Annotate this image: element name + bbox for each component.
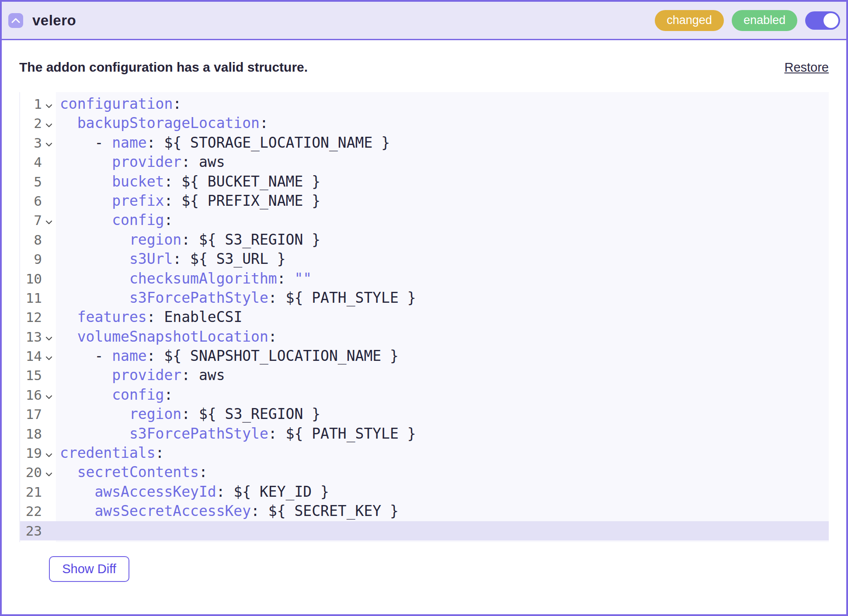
yaml-text: : ${ S3_REGION }: [181, 231, 320, 248]
code-line[interactable]: 12 features: EnableCSI: [20, 308, 829, 327]
yaml-key: s3ForcePathStyle: [129, 425, 268, 442]
chevron-up-icon[interactable]: [8, 13, 23, 28]
yaml-key: provider: [112, 153, 181, 170]
code-line[interactable]: 6 prefix: ${ PREFIX_NAME }: [20, 191, 829, 211]
code-line[interactable]: 5 bucket: ${ BUCKET_NAME }: [20, 172, 829, 191]
fold-spacer: [42, 199, 56, 203]
yaml-text: : ${ KEY_ID }: [216, 483, 329, 500]
yaml-text: :: [173, 95, 181, 112]
fold-chevron-icon[interactable]: [42, 391, 56, 400]
addon-title: velero: [32, 12, 76, 29]
code-line-text: region: ${ S3_REGION }: [56, 405, 320, 424]
code-line[interactable]: 15 provider: aws: [20, 366, 829, 385]
yaml-text: [60, 386, 112, 403]
yaml-key: s3Url: [129, 250, 173, 267]
code-line[interactable]: 23: [20, 521, 829, 540]
yaml-key: awsSecretAccessKey: [94, 502, 251, 519]
code-line[interactable]: 13 volumeSnapshotLocation:: [20, 327, 829, 346]
restore-link[interactable]: Restore: [784, 60, 829, 75]
yaml-key: configuration: [60, 95, 173, 112]
fold-spacer: [42, 296, 56, 300]
fold-chevron-icon[interactable]: [42, 449, 56, 458]
line-gutter: 7: [20, 211, 56, 230]
code-line[interactable]: 3 - name: ${ STORAGE_LOCATION_NAME }: [20, 133, 829, 152]
line-number: 12: [26, 308, 42, 327]
fold-chevron-icon[interactable]: [42, 468, 56, 477]
yaml-text: : EnableCSI: [147, 308, 243, 325]
line-gutter: 8: [20, 230, 56, 249]
line-number: 2: [34, 114, 42, 133]
fold-spacer: [42, 374, 56, 378]
line-gutter: 5: [20, 172, 56, 191]
fold-chevron-icon[interactable]: [42, 352, 56, 361]
line-gutter: 14: [20, 346, 56, 366]
yaml-text: [60, 192, 112, 209]
code-line[interactable]: 14 - name: ${ SNAPSHOT_LOCATION_NAME }: [20, 346, 829, 366]
yaml-text: [60, 153, 112, 170]
yaml-text: : ${ S3_REGION }: [181, 405, 320, 422]
yaml-text: -: [60, 134, 112, 151]
yaml-text: : ${ S3_URL }: [173, 250, 285, 267]
code-line[interactable]: 1configuration:: [20, 94, 829, 114]
yaml-key: backupStorageLocation: [77, 114, 260, 132]
fold-chevron-icon[interactable]: [42, 216, 56, 225]
line-gutter: 1: [20, 94, 56, 114]
code-line[interactable]: 18 s3ForcePathStyle: ${ PATH_STYLE }: [20, 424, 829, 443]
fold-chevron-icon[interactable]: [42, 119, 56, 128]
fold-spacer: [42, 257, 56, 261]
yaml-text: [60, 405, 129, 422]
yaml-text: :: [260, 114, 268, 132]
code-line-text: s3Url: ${ S3_URL }: [56, 249, 286, 269]
yaml-text: [60, 328, 77, 345]
line-gutter: 17: [20, 405, 56, 424]
code-line[interactable]: 21 awsAccessKeyId: ${ KEY_ID }: [20, 482, 829, 502]
yaml-key: awsAccessKeyId: [94, 483, 216, 500]
yaml-key: name: [112, 347, 146, 364]
code-line[interactable]: 16 config:: [20, 385, 829, 405]
code-line[interactable]: 11 s3ForcePathStyle: ${ PATH_STYLE }: [20, 288, 829, 308]
yaml-text: [60, 289, 129, 306]
code-line-text: - name: ${ STORAGE_LOCATION_NAME }: [56, 133, 390, 152]
fold-chevron-icon[interactable]: [42, 100, 56, 109]
code-line[interactable]: 10 checksumAlgorithm: "": [20, 269, 829, 288]
yaml-editor[interactable]: 1configuration:2 backupStorageLocation:3…: [19, 92, 829, 542]
code-lines: 1configuration:2 backupStorageLocation:3…: [20, 94, 829, 540]
code-line[interactable]: 19credentials:: [20, 443, 829, 463]
line-number: 3: [34, 133, 42, 152]
fold-spacer: [42, 160, 56, 164]
code-line-text: credentials:: [56, 443, 164, 463]
code-line-text: features: EnableCSI: [56, 308, 242, 327]
addon-header: velero changed enabled: [2, 2, 846, 40]
code-line[interactable]: 20 secretContents:: [20, 463, 829, 482]
fold-chevron-icon[interactable]: [42, 138, 56, 147]
fold-spacer: [42, 277, 56, 281]
code-line[interactable]: 2 backupStorageLocation:: [20, 114, 829, 133]
code-line-text: provider: aws: [56, 152, 225, 172]
yaml-text: :: [268, 328, 277, 345]
code-line[interactable]: 8 region: ${ S3_REGION }: [20, 230, 829, 249]
addon-enabled-toggle[interactable]: [805, 11, 840, 30]
line-number: 19: [26, 443, 42, 463]
code-line[interactable]: 17 region: ${ S3_REGION }: [20, 405, 829, 424]
code-line[interactable]: 22 awsSecretAccessKey: ${ SECRET_KEY }: [20, 502, 829, 521]
yaml-key: s3ForcePathStyle: [129, 289, 268, 306]
yaml-key: config: [112, 211, 164, 228]
yaml-text: [60, 483, 94, 500]
code-line-text: config:: [56, 385, 173, 405]
yaml-text: :: [277, 270, 295, 287]
yaml-key: features: [77, 308, 147, 325]
yaml-text: :: [199, 464, 208, 481]
line-number: 9: [34, 249, 42, 269]
code-line[interactable]: 4 provider: aws: [20, 152, 829, 172]
yaml-text: : ${ SECRET_KEY }: [251, 502, 399, 519]
line-number: 6: [34, 191, 42, 211]
code-line[interactable]: 9 s3Url: ${ S3_URL }: [20, 249, 829, 269]
fold-chevron-icon[interactable]: [42, 332, 56, 341]
line-number: 5: [34, 172, 42, 191]
line-gutter: 6: [20, 191, 56, 211]
code-line[interactable]: 7 config:: [20, 211, 829, 230]
status-row: The addon configuration has a valid stru…: [19, 60, 829, 75]
yaml-text: [60, 308, 77, 325]
show-diff-button[interactable]: Show Diff: [49, 556, 129, 582]
line-number: 15: [26, 366, 42, 385]
